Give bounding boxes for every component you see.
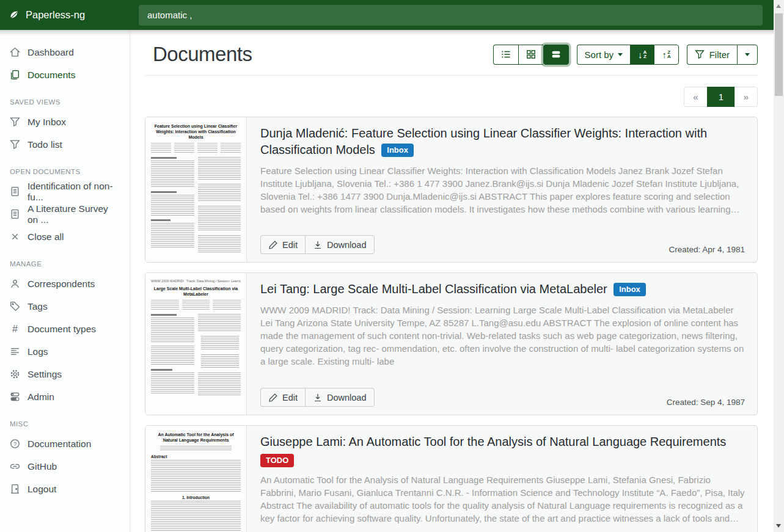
question-circle-icon: ? — [10, 439, 20, 449]
document-actions: Edit Download — [260, 388, 375, 407]
pagination-page-1[interactable]: 1 — [707, 87, 735, 107]
sort-by-dropdown[interactable]: Sort by — [577, 45, 631, 65]
thumbnail-author-block — [151, 143, 241, 153]
filter-button[interactable]: Filter — [687, 45, 737, 65]
sidebar-item-open-doc-1[interactable]: Identification of non-fu... — [0, 180, 130, 203]
x-icon — [10, 231, 20, 242]
sidebar-item-documents[interactable]: Documents — [0, 64, 130, 86]
sidebar-item-open-doc-2[interactable]: A Literature Survey on ... — [0, 203, 130, 225]
document-card-body: Dunja Mladenić: Feature Selection using … — [247, 117, 757, 262]
svg-text:?: ? — [13, 441, 16, 447]
created-date: Created: Sep 4, 1987 — [667, 398, 745, 407]
download-label: Download — [327, 240, 367, 250]
sidebar-item-my-inbox[interactable]: My Inbox — [0, 111, 130, 133]
thumbnail-author-block — [151, 300, 241, 310]
funnel-icon — [695, 49, 705, 59]
detail-view-button[interactable] — [543, 45, 569, 65]
sidebar-item-label: Close all — [27, 231, 64, 242]
sidebar-item-label: Document types — [27, 324, 96, 335]
edit-label: Edit — [282, 393, 298, 403]
pencil-icon — [268, 240, 278, 250]
filter-label: Filter — [709, 49, 730, 60]
document-thumbnail[interactable]: An Automatic Tool for the Analysis of Na… — [145, 426, 247, 532]
filter-dropdown-button[interactable] — [737, 45, 758, 65]
home-icon — [10, 47, 20, 57]
document-thumbnail[interactable]: WWW 2009 MADRID! Track: Data Mining / Se… — [145, 273, 247, 415]
sidebar: Dashboard Documents SAVED VIEWS My Inbox… — [0, 30, 130, 532]
sidebar-item-label: My Inbox — [27, 117, 66, 128]
sidebar-item-close-all[interactable]: Close all — [0, 225, 130, 248]
tag-icon — [10, 301, 20, 312]
sidebar-item-todo-list[interactable]: Todo list — [0, 133, 130, 156]
document-card-body: Lei Tang: Large Scale Multi-Label Classi… — [247, 273, 757, 415]
funnel-icon — [10, 139, 20, 150]
edit-label: Edit — [282, 240, 298, 250]
document-card: An Automatic Tool for the Analysis of Na… — [145, 425, 758, 532]
download-icon — [313, 240, 323, 250]
download-button[interactable]: Download — [305, 235, 375, 254]
thumbnail-abstract-label: Abstract — [151, 454, 241, 459]
download-button[interactable]: Download — [305, 388, 375, 407]
document-card: Feature Selection using Linear Classifie… — [145, 117, 758, 263]
vertical-scrollbar[interactable] — [774, 0, 784, 532]
sidebar-section-open-documents: OPEN DOCUMENTS — [0, 168, 130, 175]
thumbnail-title: Large Scale Multi-Label Classification v… — [151, 286, 241, 297]
brand-name: Paperless-ng — [26, 9, 85, 21]
document-card: WWW 2009 MADRID! Track: Data Mining / Se… — [145, 272, 758, 415]
document-title[interactable]: Lei Tang: Large Scale Multi-Label Classi… — [260, 282, 607, 296]
file-text-icon — [10, 186, 20, 197]
sort-descending-button[interactable]: ↑ZA — [654, 45, 678, 65]
sidebar-item-logout[interactable]: Logout — [0, 478, 130, 500]
sidebar-item-dashboard[interactable]: Dashboard — [0, 41, 130, 64]
sidebar-item-label: Settings — [27, 369, 62, 380]
page-title: Documents — [153, 43, 252, 66]
thumbnail-section-label: 1. Introduction — [151, 495, 241, 500]
door-icon — [10, 484, 20, 494]
funnel-icon — [10, 117, 20, 127]
pagination-next-button[interactable]: » — [735, 87, 758, 107]
document-title[interactable]: Dunja Mladenić: Feature Selection using … — [260, 126, 707, 156]
scrollbar-thumb[interactable] — [775, 13, 783, 96]
scroll-down-arrow-icon[interactable] — [776, 524, 781, 528]
list-view-button[interactable] — [493, 45, 518, 65]
sidebar-item-github[interactable]: GitHub — [0, 455, 130, 478]
sidebar-item-label: Admin — [27, 392, 54, 403]
scroll-up-arrow-icon[interactable] — [776, 4, 781, 8]
pagination-prev-button[interactable]: « — [684, 87, 707, 107]
filter-group: Filter — [687, 45, 758, 65]
sidebar-item-documentation[interactable]: ? Documentation — [0, 432, 130, 455]
edit-button[interactable]: Edit — [260, 235, 305, 254]
sidebar-item-correspondents[interactable]: Correspondents — [0, 272, 130, 295]
chevron-down-icon — [618, 53, 623, 56]
sidebar-item-label: Documents — [27, 70, 75, 81]
tag-badge[interactable]: TODO — [260, 454, 294, 467]
document-actions: Edit Download — [260, 235, 375, 254]
document-title[interactable]: Giuseppe Lami: An Automatic Tool for the… — [260, 435, 726, 448]
sidebar-item-document-types[interactable]: # Document types — [0, 318, 130, 340]
download-label: Download — [327, 393, 367, 403]
download-icon — [313, 393, 323, 403]
grid-view-button[interactable] — [518, 45, 543, 65]
toggles-icon — [10, 392, 20, 402]
text-left-icon — [10, 346, 20, 357]
sidebar-item-settings[interactable]: Settings — [0, 363, 130, 385]
sidebar-item-tags[interactable]: Tags — [0, 295, 130, 318]
document-thumbnail[interactable]: Feature Selection using Linear Classifie… — [145, 117, 247, 262]
sidebar-item-admin[interactable]: Admin — [0, 385, 130, 408]
person-icon — [10, 279, 20, 289]
brand[interactable]: Paperless-ng — [0, 9, 130, 21]
chevron-down-icon — [745, 53, 750, 56]
sort-up-za-icon: ↑ZA — [662, 50, 670, 59]
sidebar-section-misc: MISC — [0, 420, 130, 428]
tag-badge[interactable]: Inbox — [381, 144, 414, 157]
list-view-icon — [501, 49, 511, 59]
sidebar-item-label: Documentation — [27, 439, 91, 450]
grid-view-icon — [526, 49, 536, 59]
tag-badge[interactable]: Inbox — [614, 283, 646, 296]
edit-button[interactable]: Edit — [260, 388, 305, 407]
thumbnail-text-lines — [151, 157, 241, 256]
sort-ascending-button[interactable]: ↓AZ — [630, 45, 654, 65]
search-input[interactable] — [139, 5, 763, 26]
sidebar-item-logs[interactable]: Logs — [0, 340, 130, 363]
thumbnail-title: An Automatic Tool for the Analysis of Na… — [151, 432, 241, 443]
